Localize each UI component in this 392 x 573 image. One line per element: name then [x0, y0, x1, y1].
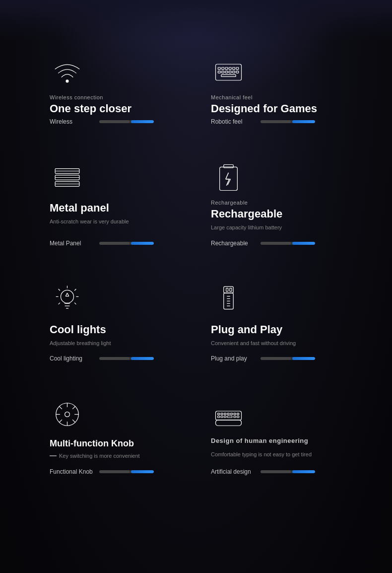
svg-rect-14 — [221, 74, 235, 76]
svg-rect-13 — [236, 71, 238, 73]
lighting-bar-blue — [131, 357, 154, 360]
feature-lighting: Cool lights Adjustable breathing light C… — [40, 267, 201, 372]
ergo-svg — [212, 398, 245, 430]
wireless-subtitle: Wireless connection — [50, 94, 103, 100]
svg-line-28 — [74, 289, 76, 290]
svg-point-26 — [61, 290, 73, 303]
svg-rect-12 — [232, 71, 235, 73]
svg-rect-64 — [227, 413, 229, 415]
knob-title: Multi-function Knob — [50, 438, 134, 449]
svg-rect-10 — [225, 71, 228, 73]
lighting-desc: Adjustable breathing light — [50, 339, 111, 348]
svg-point-50 — [65, 412, 69, 417]
ergo-bar-row: Artificial design — [211, 468, 315, 475]
feature-rechargeable: Rechargeable Rechargeable Large capacity… — [201, 145, 362, 257]
rechargeable-progress — [261, 242, 315, 245]
rechargeable-desc: Large capacity lithium battery — [211, 223, 282, 232]
robotic-label: Robotic feel — [211, 118, 256, 125]
svg-rect-41 — [226, 288, 228, 291]
wifi-svg — [51, 56, 83, 88]
metal-bar-dark — [99, 242, 130, 245]
svg-rect-68 — [217, 416, 219, 417]
feature-metal: Metal panel Anti-scratch wear is very du… — [40, 145, 201, 257]
feature-wireless: Wireless connection One step closer Wire… — [40, 40, 201, 135]
keyboard-svg — [212, 56, 245, 88]
robotic-bar-row: Robotic feel — [211, 118, 315, 125]
ergo-progress — [261, 470, 315, 473]
svg-rect-1 — [215, 64, 241, 80]
svg-rect-67 — [237, 413, 239, 415]
rechargeable-label: Rechargeable — [211, 240, 256, 247]
knob-label: Functional Knob — [50, 468, 94, 475]
knob-bar-dark — [99, 470, 130, 473]
panel-icon — [50, 160, 84, 195]
svg-rect-4 — [225, 67, 228, 69]
lighting-label: Cool lighting — [50, 355, 94, 362]
rechargeable-subtitle: Rechargeable — [211, 200, 248, 206]
svg-point-0 — [66, 79, 68, 82]
svg-rect-60 — [215, 420, 241, 425]
svg-rect-62 — [221, 413, 223, 415]
svg-rect-63 — [224, 413, 226, 415]
knob-progress — [99, 470, 154, 473]
panel-svg — [51, 161, 83, 194]
svg-rect-22 — [223, 164, 233, 168]
metal-bar-row: Metal Panel — [50, 240, 154, 247]
robotic-progress — [261, 120, 315, 123]
svg-rect-3 — [221, 67, 224, 69]
svg-rect-69 — [221, 416, 223, 417]
svg-rect-71 — [227, 416, 232, 417]
svg-line-56 — [72, 406, 75, 409]
plug-bar-blue — [292, 357, 315, 360]
robotic-bar-blue — [292, 120, 315, 123]
wireless-bar-dark — [99, 120, 130, 123]
svg-rect-6 — [232, 67, 235, 69]
svg-rect-65 — [230, 413, 232, 415]
svg-rect-66 — [234, 413, 236, 415]
robotic-bar-dark — [261, 120, 291, 123]
ergo-label: Artificial design — [211, 468, 256, 475]
svg-rect-7 — [236, 67, 238, 69]
plug-label: Plug and play — [211, 355, 256, 362]
knob-svg — [51, 398, 83, 430]
rechargeable-bar-row: Rechargeable — [211, 240, 315, 247]
knob-icon — [50, 397, 84, 431]
knob-bar-row: Functional Knob — [50, 468, 154, 475]
metal-bar-blue — [131, 242, 154, 245]
wifi-icon — [50, 55, 84, 89]
lighting-bar-dark — [99, 357, 130, 360]
bulb-svg — [51, 283, 83, 315]
svg-rect-73 — [237, 416, 239, 417]
plug-title: Plug and Play — [211, 323, 282, 336]
svg-line-37 — [65, 293, 67, 296]
bulb-icon — [50, 282, 84, 316]
ergo-desc: Comfortable typing is not easy to get ti… — [211, 450, 312, 459]
svg-line-31 — [58, 289, 60, 290]
lighting-bar-row: Cool lighting — [50, 355, 154, 362]
feature-robotic: Mechanical feel Designed for Games Robot… — [201, 40, 362, 135]
svg-rect-61 — [217, 413, 219, 415]
svg-line-58 — [72, 420, 75, 423]
svg-rect-11 — [229, 71, 231, 73]
feature-plug: Plug and Play Convenient and fast withou… — [201, 267, 362, 372]
svg-rect-8 — [218, 71, 220, 73]
robotic-subtitle: Mechanical feel — [211, 94, 253, 100]
feature-ergo: Design of human engineering Comfortable … — [201, 382, 362, 485]
rechargeable-bar-dark — [261, 242, 291, 245]
svg-line-38 — [67, 293, 68, 296]
wireless-title: One step closer — [50, 102, 131, 115]
feature-knob: Multi-function Knob Key switching is mor… — [40, 382, 201, 485]
keyboard-icon — [211, 55, 246, 89]
wireless-bar-row: Wireless — [50, 118, 154, 125]
metal-title: Metal panel — [50, 202, 109, 215]
divider-1 — [40, 135, 362, 145]
battery-svg — [212, 161, 245, 194]
svg-rect-5 — [229, 67, 231, 69]
svg-line-23 — [225, 172, 228, 179]
divider-2 — [40, 257, 362, 267]
usb-svg — [212, 283, 245, 315]
svg-rect-59 — [215, 411, 241, 420]
rechargeable-bar-blue — [292, 242, 315, 245]
rechargeable-title: Rechargeable — [211, 208, 282, 220]
divider-3 — [40, 372, 362, 382]
